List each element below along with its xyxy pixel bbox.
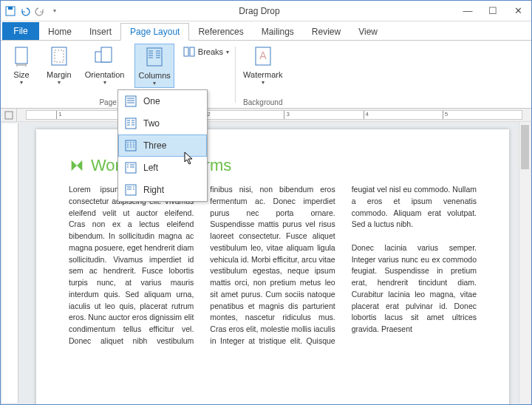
ribbon-group-background: A Watermark ▾ Background — [240, 44, 285, 108]
qat-dropdown-icon[interactable]: ▾ — [48, 4, 61, 18]
tab-page-layout[interactable]: Page Layout — [120, 23, 189, 41]
svg-rect-47 — [126, 185, 136, 195]
window-title: Drag Drop — [61, 6, 457, 16]
minimize-button[interactable]: ― — [457, 4, 478, 18]
columns-dropdown: One Two Three Left Right — [117, 89, 208, 202]
size-icon — [10, 45, 33, 69]
tab-home[interactable]: Home — [39, 24, 81, 40]
brand-icon — [69, 157, 85, 174]
breaks-icon — [183, 47, 195, 57]
vertical-ruler[interactable] — [2, 123, 18, 403]
margin-button[interactable]: Margin ▾ — [44, 44, 75, 86]
ribbon: Size ▾ Margin ▾ Orientation ▾ Columns ▾ — [1, 41, 531, 109]
columns-button[interactable]: Columns ▾ — [134, 44, 174, 88]
tab-review[interactable]: Review — [303, 24, 349, 40]
svg-text:A: A — [259, 50, 267, 61]
svg-rect-1 — [8, 7, 13, 10]
document-area: Word for WinForms Lorem ipsum dolor sit … — [1, 122, 531, 404]
left-column-icon — [124, 161, 137, 174]
right-column-icon — [124, 183, 137, 197]
svg-rect-21 — [126, 96, 136, 106]
columns-option-two[interactable]: Two — [118, 112, 207, 135]
svg-rect-25 — [126, 118, 136, 129]
margin-icon — [47, 45, 71, 69]
group-label-background: Background — [243, 97, 282, 108]
horizontal-ruler[interactable]: 1 1 2 3 4 5 — [26, 110, 522, 120]
three-column-icon — [124, 139, 137, 152]
document-scrollpane[interactable]: Word for WinForms Lorem ipsum dolor sit … — [18, 122, 531, 404]
vertical-scrollbar[interactable] — [519, 122, 531, 404]
breaks-button[interactable]: Breaks ▾ — [182, 45, 231, 58]
svg-rect-17 — [190, 47, 194, 56]
undo-icon[interactable] — [18, 4, 32, 18]
svg-rect-16 — [184, 47, 188, 56]
ruler-row: 1 1 2 3 4 5 — [1, 109, 531, 122]
document-page[interactable]: Word for WinForms Lorem ipsum dolor sit … — [36, 129, 509, 404]
columns-icon — [143, 46, 166, 69]
svg-rect-4 — [55, 50, 64, 62]
columns-option-one[interactable]: One — [118, 90, 207, 112]
tab-mailings[interactable]: Mailings — [253, 24, 303, 40]
tab-insert[interactable]: Insert — [81, 24, 120, 40]
columns-option-left[interactable]: Left — [118, 157, 207, 179]
close-button[interactable]: ✕ — [508, 4, 528, 18]
svg-rect-42 — [126, 163, 136, 173]
quick-access-toolbar: ▾ — [4, 4, 61, 18]
scrollbar-thumb[interactable] — [521, 125, 529, 169]
columns-option-three[interactable]: Three — [118, 135, 207, 157]
watermark-button[interactable]: A Watermark ▾ — [240, 44, 285, 86]
file-tab[interactable]: File — [2, 22, 39, 40]
document-body[interactable]: Lorem ipsum dolor sit amet, consectetur … — [69, 184, 477, 347]
svg-rect-6 — [101, 47, 112, 62]
ruler-corner[interactable] — [1, 109, 17, 121]
save-icon[interactable] — [4, 4, 17, 18]
svg-rect-2 — [16, 47, 27, 64]
svg-rect-32 — [126, 140, 136, 151]
title-bar: ▾ Drag Drop ― ☐ ✕ — [1, 1, 531, 21]
orientation-button[interactable]: Orientation ▾ — [82, 44, 128, 86]
one-column-icon — [124, 95, 137, 108]
watermark-icon: A — [251, 45, 275, 69]
svg-rect-20 — [5, 112, 13, 119]
orientation-icon — [93, 45, 117, 69]
maximize-button[interactable]: ☐ — [482, 4, 503, 18]
ribbon-tabs: File Home Insert Page Layout References … — [1, 21, 531, 41]
columns-option-right[interactable]: Right — [118, 179, 207, 201]
size-button[interactable]: Size ▾ — [7, 44, 36, 86]
redo-icon[interactable] — [33, 4, 47, 18]
two-column-icon — [124, 117, 137, 130]
tab-view[interactable]: View — [349, 24, 386, 40]
tab-references[interactable]: References — [189, 24, 252, 40]
